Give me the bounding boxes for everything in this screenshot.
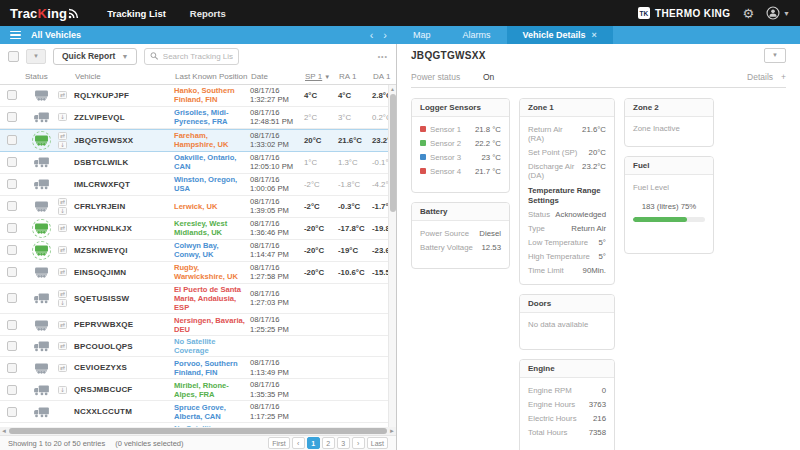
tab-alarms[interactable]: Alarms — [447, 26, 507, 44]
row-checkbox[interactable] — [7, 135, 17, 145]
topnav-item-tracking-list[interactable]: Tracking List — [107, 8, 166, 19]
row-checkbox[interactable] — [7, 112, 17, 122]
menu-hamburger-icon[interactable] — [10, 31, 21, 40]
last-known-position-link[interactable]: No Satellite Coverage — [174, 337, 250, 355]
table-row[interactable]: DSBTCLWILKOakville, Ontario, CAN08/17/16… — [0, 152, 388, 174]
column-sp1[interactable]: SP 1▼ — [304, 72, 338, 81]
page-button-first[interactable]: First — [268, 437, 290, 449]
table-row[interactable]: ⇄WXYHDNLKJXKeresley, West Midlands, UK08… — [0, 218, 388, 240]
row-checkbox[interactable] — [7, 179, 17, 189]
row-checkbox[interactable] — [7, 363, 17, 373]
page-button-›[interactable]: › — [352, 437, 365, 449]
table-row[interactable]: ↓QRSJMBCUCFMiribel, Rhone-Alpes, FRA08/1… — [0, 379, 388, 401]
last-known-position-link[interactable]: Colwyn Bay, Conwy, UK — [174, 241, 250, 259]
column-date[interactable]: Date — [250, 72, 304, 81]
user-menu[interactable]: ▼ — [766, 6, 790, 20]
page-button-‹[interactable]: ‹ — [292, 437, 305, 449]
scroll-left-icon[interactable]: ◄ — [0, 428, 8, 434]
row-checkbox[interactable] — [7, 293, 17, 303]
last-known-position-link[interactable]: Oakville, Ontario, CAN — [174, 153, 250, 171]
quick-report-button[interactable]: Quick Report ▼ — [53, 48, 137, 65]
scroll-up-icon[interactable]: ▲ — [389, 85, 396, 93]
last-known-position-link[interactable]: Lerwick, UK — [174, 202, 250, 211]
details-expand-link[interactable]: Details + — [747, 72, 786, 82]
page-button-1[interactable]: 1 — [307, 437, 320, 449]
row-checkbox[interactable] — [7, 320, 17, 330]
last-known-position-link[interactable]: Porvoo, Southern Finland, FIN — [174, 359, 250, 377]
page-button-last[interactable]: Last — [367, 437, 388, 449]
table-row[interactable]: ⇄MZSKIWEYQIColwyn Bay, Conwy, UK08/17/16… — [0, 240, 388, 262]
column-da1[interactable]: DA 1 — [372, 72, 396, 81]
search-input[interactable] — [163, 52, 234, 61]
table-row[interactable]: ⇄EINSOQJIMNRugby, Warwickshire, UK08/17/… — [0, 262, 388, 284]
last-known-position-link[interactable]: Hanko, Southern Finland, FIN — [174, 86, 250, 104]
tracking-logo[interactable]: TracKing — [10, 6, 81, 21]
vehicle-dropdown-button[interactable]: ▼ — [764, 48, 786, 63]
row-checkbox[interactable] — [7, 157, 17, 167]
row-checkbox[interactable] — [7, 245, 17, 255]
row-checkbox[interactable] — [7, 223, 17, 233]
column-ra1[interactable]: RA 1 — [338, 72, 372, 81]
table-row[interactable]: ⇄CEVIOEZYXSPorvoo, Southern Finland, FIN… — [0, 357, 388, 379]
table-row[interactable]: ⇄BPCOUOLQPSNo Satellite Coverage — [0, 336, 388, 357]
table-row[interactable]: ⇄↓JBQGTGWSXXFareham, Hampshire, UK08/17/… — [0, 129, 388, 152]
selection-dropdown[interactable]: ▼ — [26, 49, 46, 64]
last-known-position-link[interactable]: Rugby, Warwickshire, UK — [174, 263, 250, 281]
table-row[interactable]: ↓ZZLVIPEVQLGrisolles, Midi-Pyrenees, FRA… — [0, 107, 388, 129]
row-checkbox[interactable] — [7, 341, 17, 351]
row-badges: ⇄ — [58, 268, 74, 276]
table-row[interactable]: IMLCRWXFQTWinston, Oregon, USA08/17/161:… — [0, 174, 388, 196]
kv-row: Discharge Air (DA)23.2°C — [528, 159, 606, 182]
download-badge-icon: ↓ — [58, 113, 67, 121]
close-tab-icon[interactable]: × — [592, 30, 597, 40]
last-known-position-link[interactable]: Nersingen, Bavaria, DEU — [174, 316, 250, 334]
sensor-label: Sensor 3 — [420, 153, 461, 162]
last-known-position-link[interactable]: Keresley, West Midlands, UK — [174, 219, 250, 237]
chevron-right-icon[interactable]: › — [383, 30, 387, 41]
last-known-position-link[interactable]: Grisolles, Midi-Pyrenees, FRA — [174, 108, 250, 126]
vertical-scroll-thumb[interactable] — [390, 94, 396, 212]
more-options-button[interactable]: ••• — [378, 53, 388, 60]
page-button-3[interactable]: 3 — [337, 437, 350, 449]
table-row[interactable]: ⇄PEPRVWBXQENersingen, Bavaria, DEU08/17/… — [0, 314, 388, 336]
last-known-position-link[interactable]: No Satellite Coverage — [174, 424, 250, 427]
row-checkbox[interactable] — [7, 201, 17, 211]
table-row[interactable]: NCXXLCCUTMSpruce Grove, Alberta, CAN08/1… — [0, 401, 388, 423]
horizontal-scroll-thumb[interactable] — [9, 428, 387, 434]
last-known-position-link[interactable]: Spruce Grove, Alberta, CAN — [174, 403, 250, 421]
kv-row: Engine RPM0 — [528, 383, 606, 397]
kv-value: 3763 — [589, 400, 606, 409]
last-known-position-link[interactable]: Miribel, Rhone-Alpes, FRA — [174, 381, 250, 399]
fuel-gauge — [633, 217, 705, 222]
vertical-scrollbar[interactable]: ▲ — [388, 85, 396, 427]
select-all-checkbox[interactable] — [8, 51, 19, 62]
status-truck-icon — [24, 177, 58, 192]
last-known-position-link[interactable]: Winston, Oregon, USA — [174, 175, 250, 193]
column-vehicle[interactable]: Vehicle — [74, 72, 174, 81]
row-checkbox[interactable] — [7, 267, 17, 277]
last-known-position-link[interactable]: Fareham, Hampshire, UK — [174, 131, 250, 149]
ra1-value: -19°C — [338, 246, 372, 255]
tab-vehicle-details[interactable]: Vehicle Details× — [507, 26, 613, 44]
table-row[interactable]: ⇄RQLYKUPJPFHanko, Southern Finland, FIN0… — [0, 85, 388, 107]
row-date: 08/17/161:27:03 PM — [250, 289, 304, 308]
row-date: 08/17/161:32:27 PM — [250, 86, 304, 105]
tab-map[interactable]: Map — [397, 26, 447, 44]
row-checkbox[interactable] — [7, 90, 17, 100]
settings-gear-icon[interactable]: ⚙ — [742, 7, 754, 20]
table-row[interactable]: ⇄↓SQETUSISSWEl Puerto de Santa Maria, An… — [0, 284, 388, 314]
last-known-position-link[interactable]: El Puerto de Santa Maria, Andalusia, ESP — [174, 285, 250, 312]
table-row[interactable]: ⇄↓CFRLYRJEINLerwick, UK08/17/161:39:05 P… — [0, 196, 388, 218]
chevron-left-icon[interactable]: ‹ — [370, 30, 374, 41]
row-checkbox[interactable] — [7, 407, 17, 417]
scroll-right-icon[interactable]: ► — [388, 428, 396, 434]
table-row[interactable]: ⇄YODXHYMUOGNo Satellite Coverage — [0, 423, 388, 427]
row-checkbox[interactable] — [7, 385, 17, 395]
column-status[interactable]: Status — [24, 72, 74, 81]
page-button-2[interactable]: 2 — [322, 437, 335, 449]
cards-column-2: Zone 1 Return Air (RA)21.6°CSet Point (S… — [519, 98, 615, 450]
horizontal-scrollbar[interactable]: ◄ ► — [0, 427, 396, 435]
column-position[interactable]: Last Known Position — [174, 72, 250, 81]
topnav-item-reports[interactable]: Reports — [190, 8, 226, 19]
row-checkbox-cell — [0, 320, 24, 330]
